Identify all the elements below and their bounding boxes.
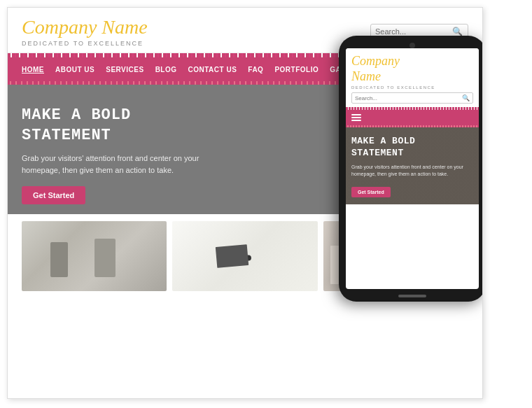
mobile-company-line2: Name: [351, 69, 381, 83]
hamburger-line-2: [351, 117, 361, 118]
tagline: DEDICATED TO EXCELLENCE: [22, 40, 148, 47]
nav-item-portfolio[interactable]: PORTFOLIO: [274, 66, 318, 73]
hamburger-line-1: [351, 114, 361, 115]
mobile-search-bar[interactable]: 🔍: [351, 92, 473, 104]
nav-item-services[interactable]: SERVICES: [106, 66, 144, 73]
mobile-hero: MAKE A BOLD STATEMENT Grab your visitors…: [346, 127, 479, 204]
mobile-company-line1: Company: [351, 54, 400, 68]
search-icon[interactable]: 🔍: [452, 27, 463, 36]
mobile-company-name: Company Name: [351, 54, 473, 84]
mobile-tagline: DEDICATED TO EXCELLENCE: [351, 85, 473, 90]
get-started-button[interactable]: Get Started: [22, 186, 85, 204]
mobile-search-icon[interactable]: 🔍: [462, 94, 470, 101]
mobile-header: Company Name DEDICATED TO EXCELLENCE 🔍: [346, 48, 479, 107]
mobile-hero-title-line1: MAKE A BOLD: [351, 136, 415, 146]
hamburger-line-3: [351, 120, 361, 121]
mobile-home-indicator: [398, 295, 426, 297]
nav-item-home[interactable]: HOME: [22, 66, 44, 73]
mobile-device: Company Name DEDICATED TO EXCELLENCE 🔍: [339, 36, 483, 302]
search-input[interactable]: [375, 27, 452, 36]
mobile-search-input[interactable]: [355, 95, 462, 101]
hero-title-line2: STATEMENT: [22, 127, 111, 144]
mobile-screen: Company Name DEDICATED TO EXCELLENCE 🔍: [346, 48, 479, 289]
hero-description: Grab your visitors' attention front and …: [22, 153, 218, 176]
mobile-hero-title-line2: STATEMENT: [351, 148, 404, 158]
brand-area: Company Name DEDICATED TO EXCELLENCE: [22, 16, 148, 47]
mobile-hero-description: Grab your visitors attention front and c…: [351, 164, 473, 178]
nav-item-contact[interactable]: CONTACT US: [188, 66, 237, 73]
hero-title-line1: MAKE A BOLD: [22, 106, 131, 124]
hamburger-menu[interactable]: [351, 114, 361, 121]
mobile-camera: [410, 43, 415, 48]
mobile-get-started-button[interactable]: Get Started: [351, 187, 391, 197]
mobile-nav[interactable]: [346, 110, 479, 125]
nav-item-about[interactable]: ABOUT US: [55, 66, 94, 73]
desktop-frame: Company Name DEDICATED TO EXCELLENCE 🔍 H…: [7, 7, 483, 399]
photo-thumb-1: [22, 221, 167, 291]
mobile-hero-title: MAKE A BOLD STATEMENT: [351, 136, 473, 160]
photo-thumb-2: [172, 221, 317, 291]
nav-item-faq[interactable]: FAQ: [248, 66, 263, 73]
nav-item-blog[interactable]: BLOG: [155, 66, 177, 73]
company-name[interactable]: Company Name: [22, 16, 148, 38]
